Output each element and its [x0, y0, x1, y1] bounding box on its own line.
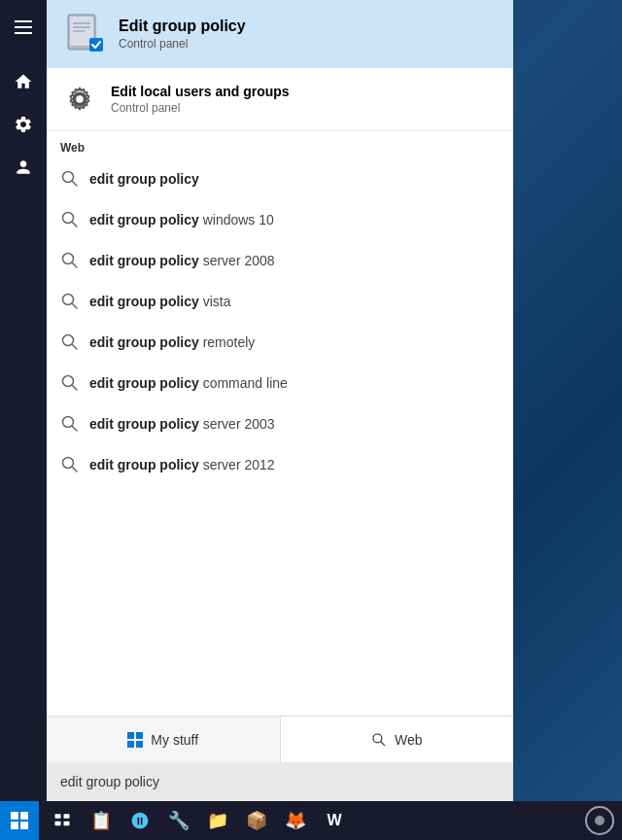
suggestion-text-1: edit group policy [89, 171, 199, 187]
taskbar-folder[interactable]: 📁 [198, 801, 237, 840]
suggestion-text-8: edit group policy server 2012 [89, 457, 275, 472]
second-result-title: Edit local users and groups [111, 84, 290, 99]
svg-point-13 [63, 254, 74, 264]
second-result[interactable]: Edit local users and groups Control pane… [47, 68, 513, 131]
hamburger-line-3 [15, 32, 32, 34]
search-input-value: edit group policy [60, 774, 159, 789]
svg-rect-34 [20, 822, 28, 829]
svg-line-30 [381, 742, 385, 746]
search-icon [60, 373, 80, 393]
bottom-tabs: My stuff Web [47, 716, 513, 762]
taskbar-tool[interactable]: 🔧 [159, 801, 198, 840]
suggestion-5[interactable]: edit group policy remotely [47, 322, 513, 363]
start-button[interactable] [0, 801, 39, 840]
taskbar-word[interactable]: W [315, 801, 354, 840]
svg-point-9 [63, 172, 74, 183]
gear-icon [60, 80, 99, 119]
search-icon [60, 455, 80, 474]
hamburger-button[interactable] [4, 8, 43, 47]
top-result-text: Edit group policy Control panel [119, 18, 246, 51]
svg-point-11 [63, 213, 74, 224]
sidebar-item-settings[interactable] [4, 105, 43, 144]
suggestion-text-4: edit group policy vista [89, 294, 230, 309]
taskbar-edge[interactable] [121, 801, 159, 840]
suggestion-6[interactable]: edit group policy command line [47, 363, 513, 403]
svg-point-15 [63, 295, 74, 305]
suggestion-text-3: edit group policy server 2008 [89, 253, 275, 268]
tab-web[interactable]: Web [281, 717, 514, 762]
svg-line-10 [73, 182, 78, 187]
search-icon [60, 251, 80, 270]
second-result-subtitle: Control panel [111, 101, 290, 115]
svg-line-22 [73, 427, 78, 432]
taskbar-store[interactable]: 📦 [237, 801, 276, 840]
suggestion-3[interactable]: edit group policy server 2008 [47, 240, 513, 281]
taskbar-firefox[interactable]: 🦊 [276, 801, 315, 840]
svg-line-20 [73, 386, 78, 391]
svg-point-29 [373, 734, 382, 743]
cortana-button[interactable] [585, 806, 614, 835]
svg-point-23 [63, 458, 74, 469]
tab-my-stuff-label: My stuff [151, 732, 198, 748]
search-icon [60, 414, 80, 434]
svg-rect-38 [64, 822, 70, 826]
svg-rect-36 [64, 814, 70, 819]
suggestion-1[interactable]: edit group policy [47, 158, 513, 199]
svg-rect-28 [136, 741, 143, 748]
tab-my-stuff[interactable]: My stuff [47, 717, 281, 762]
svg-rect-26 [136, 732, 143, 739]
search-panel: Edit group policy Control panel Edit loc… [47, 0, 513, 801]
svg-line-24 [73, 468, 78, 472]
svg-rect-25 [127, 732, 134, 739]
search-icon [60, 210, 80, 229]
taskbar-items: 📋 🔧 📁 📦 🦊 W [39, 801, 585, 840]
suggestion-7[interactable]: edit group policy server 2003 [47, 403, 513, 444]
svg-point-21 [63, 417, 74, 428]
svg-point-8 [75, 94, 85, 104]
taskbar-task-view[interactable] [43, 801, 82, 840]
svg-rect-35 [55, 814, 61, 819]
svg-line-18 [73, 345, 78, 350]
suggestion-2[interactable]: edit group policy windows 10 [47, 199, 513, 240]
web-section-label: Web [47, 131, 513, 158]
hamburger-line-1 [15, 20, 32, 22]
search-icon [60, 169, 80, 189]
tab-web-label: Web [395, 732, 423, 748]
sidebar-item-home[interactable] [4, 62, 43, 101]
sidebar-item-user[interactable] [4, 148, 43, 187]
top-result-title: Edit group policy [119, 18, 246, 35]
svg-rect-27 [127, 741, 134, 748]
svg-point-19 [63, 376, 74, 387]
suggestion-text-5: edit group policy remotely [89, 334, 255, 350]
cortana-icon [595, 816, 605, 825]
svg-rect-33 [11, 822, 18, 829]
search-icon [60, 292, 80, 311]
svg-rect-31 [11, 812, 18, 820]
windows-icon [127, 732, 143, 748]
suggestion-8[interactable]: edit group policy server 2012 [47, 444, 513, 485]
group-policy-icon [60, 11, 107, 57]
svg-line-16 [73, 304, 78, 309]
windows-start-icon [11, 812, 28, 829]
start-menu: Edit group policy Control panel Edit loc… [0, 0, 513, 801]
svg-rect-37 [55, 822, 61, 826]
svg-line-14 [73, 263, 78, 268]
svg-line-12 [73, 223, 78, 228]
svg-point-17 [63, 335, 74, 346]
suggestions-list: edit group policy edit group policy wind… [47, 158, 513, 485]
search-icon [60, 332, 80, 352]
search-input-bar[interactable]: edit group policy [47, 762, 513, 801]
suggestion-4[interactable]: edit group policy vista [47, 281, 513, 322]
suggestion-text-6: edit group policy command line [89, 375, 288, 391]
top-result-subtitle: Control panel [119, 37, 246, 51]
svg-rect-32 [20, 812, 28, 820]
second-result-text: Edit local users and groups Control pane… [111, 84, 290, 115]
taskbar: 📋 🔧 📁 📦 🦊 W [0, 801, 622, 840]
suggestion-text-7: edit group policy server 2003 [89, 416, 275, 432]
search-tab-icon [371, 732, 387, 748]
hamburger-line-2 [15, 26, 32, 28]
taskbar-file-explorer[interactable]: 📋 [82, 801, 121, 840]
sidebar [0, 0, 47, 801]
suggestion-text-2: edit group policy windows 10 [89, 212, 274, 228]
top-result[interactable]: Edit group policy Control panel [47, 0, 513, 68]
